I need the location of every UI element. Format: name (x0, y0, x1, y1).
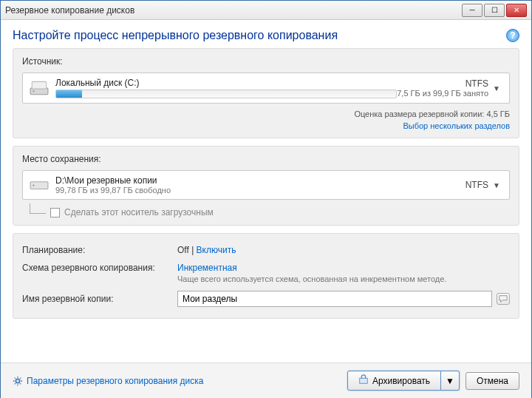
source-drive-name: Локальный диск (C:) (55, 78, 397, 88)
archive-button-group: Архивировать ▼ (347, 371, 460, 391)
minimize-button[interactable]: ─ (462, 4, 482, 17)
svg-rect-1 (32, 81, 47, 89)
help-icon[interactable]: ? (506, 29, 519, 42)
cancel-button[interactable]: Отмена (466, 372, 519, 390)
svg-point-2 (33, 90, 34, 92)
chevron-down-icon[interactable]: ▼ (493, 181, 503, 189)
window-title: Резервное копирование дисков (5, 5, 462, 16)
chevron-down-icon[interactable]: ▼ (493, 84, 503, 92)
schedule-enable-link[interactable]: Включить (197, 245, 236, 255)
scheme-hint: Чаще всего используется схема, основанна… (177, 274, 510, 283)
source-drive-selector[interactable]: Локальный диск (C:) NTFS 7,5 ГБ из 99,9 … (22, 72, 510, 104)
titlebar: Резервное копирование дисков ─ ☐ ✕ (1, 1, 531, 20)
page-title: Настройте процесс непрерывного резервног… (13, 29, 506, 42)
backup-size-estimate: Оценка размера резервной копии: 4,5 ГБ (354, 109, 510, 118)
schedule-label: Планирование: (22, 245, 177, 255)
scheme-label: Схема резервного копирования: (22, 263, 177, 273)
maximize-button[interactable]: ☐ (484, 4, 505, 17)
backup-options-link[interactable]: Параметры резервного копирования диска (13, 376, 203, 386)
destination-label: Место сохранения: (22, 154, 510, 164)
archive-button[interactable]: Архивировать (347, 371, 441, 391)
close-button[interactable]: ✕ (506, 4, 527, 17)
gear-icon (13, 376, 23, 386)
destination-fs: NTFS (466, 180, 488, 190)
bootable-label: Сделать этот носитель загрузочным (64, 207, 214, 217)
select-multiple-partitions-link[interactable]: Выбор нескольких разделов (22, 121, 510, 130)
source-label: Источник: (22, 56, 510, 67)
svg-point-5 (16, 379, 19, 382)
archive-icon (358, 374, 369, 387)
source-fs: NTFS (397, 78, 488, 89)
schedule-value: Off (177, 245, 189, 255)
svg-point-4 (33, 184, 34, 186)
usage-bar (55, 90, 397, 98)
drive-icon (29, 80, 50, 96)
backup-name-label: Имя резервной копии: (22, 294, 177, 304)
settings-panel: Планирование: Off | Включить Схема резер… (13, 233, 519, 319)
comment-icon[interactable] (497, 293, 510, 305)
source-panel: Источник: Локальный диск (C:) NTFS 7,5 Г… (13, 48, 519, 138)
archive-dropdown-button[interactable]: ▼ (441, 371, 460, 391)
destination-path: D:\Мои резервные копии (55, 175, 466, 186)
source-usage-text: 7,5 ГБ из 99,9 ГБ занято (397, 89, 488, 98)
destination-free-text: 99,78 ГБ из 99,87 ГБ свободно (55, 186, 466, 195)
bootable-checkbox[interactable] (50, 208, 60, 217)
backup-name-input[interactable] (177, 291, 492, 307)
window-controls: ─ ☐ ✕ (462, 4, 527, 17)
drive-icon (29, 177, 50, 193)
destination-selector[interactable]: D:\Мои резервные копии 99,78 ГБ из 99,87… (22, 170, 510, 200)
arrow-connector-icon (30, 203, 46, 214)
button-bar: Параметры резервного копирования диска А… (1, 362, 531, 398)
svg-rect-6 (360, 378, 368, 383)
destination-panel: Место сохранения: D:\Мои резервные копии… (13, 146, 519, 226)
scheme-link[interactable]: Инкрементная (177, 263, 237, 273)
